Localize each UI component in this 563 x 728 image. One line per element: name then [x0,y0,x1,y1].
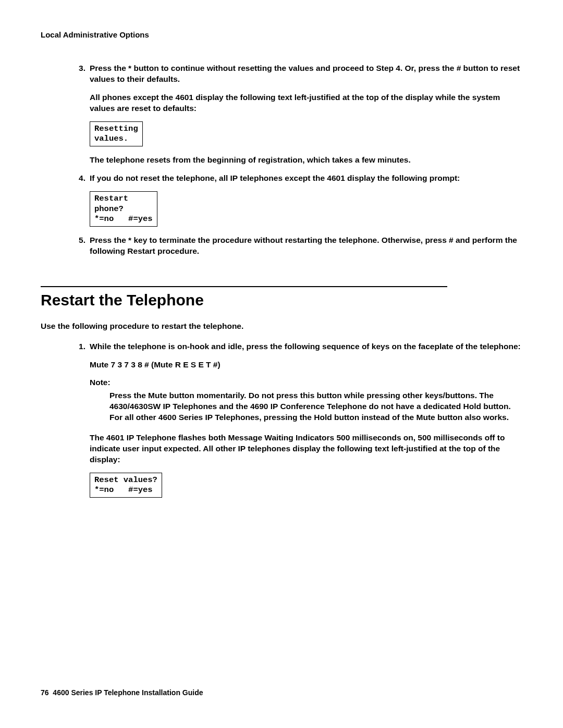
restart-step-1: 1.While the telephone is on-hook and idl… [90,341,522,352]
page-footer: 76 4600 Series IP Telephone Installation… [41,688,203,697]
step-3-note: All phones except the 4601 display the f… [90,92,522,114]
step-text: While the telephone is on-hook and idle,… [90,342,521,351]
section-title: Restart the Telephone [41,291,522,309]
display-box-reset-values: Reset values? *=no #=yes [90,473,162,498]
step-4: 4.If you do not reset the telephone, all… [90,173,522,184]
step-5: 5.Press the * key to terminate the proce… [90,235,522,257]
step-text: If you do not reset the telephone, all I… [90,174,460,182]
step-text: Press the * button to continue without r… [90,64,520,83]
restart-step-1-after: The 4601 IP Telephone flashes both Messa… [90,433,522,465]
display-box-restart-prompt: Restart phone? *=no #=yes [90,191,157,227]
step-number: 3. [74,63,85,74]
note-label: Note: [90,378,522,387]
step-number: 5. [74,235,85,246]
step-number: 4. [74,173,85,184]
note-body: Press the Mute button momentarily. Do no… [109,390,522,423]
step-3: 3.Press the * button to continue without… [90,63,522,85]
page: Local Administrative Options 3.Press the… [0,0,563,728]
step-text: Press the * key to terminate the procedu… [90,236,517,255]
section-rule [41,286,447,287]
page-number: 76 [41,688,49,697]
section-intro: Use the following procedure to restart t… [41,322,522,331]
step-number: 1. [74,341,85,352]
content-area: 3.Press the * button to continue without… [90,63,522,506]
running-head: Local Administrative Options [41,30,522,39]
mute-sequence: Mute 7 3 7 3 8 # (Mute R E S E T #) [90,360,522,371]
display-box-resetting: Resetting values. [90,121,143,147]
step-3-tail: The telephone resets from the beginning … [90,155,522,166]
footer-title: 4600 Series IP Telephone Installation Gu… [53,688,203,697]
